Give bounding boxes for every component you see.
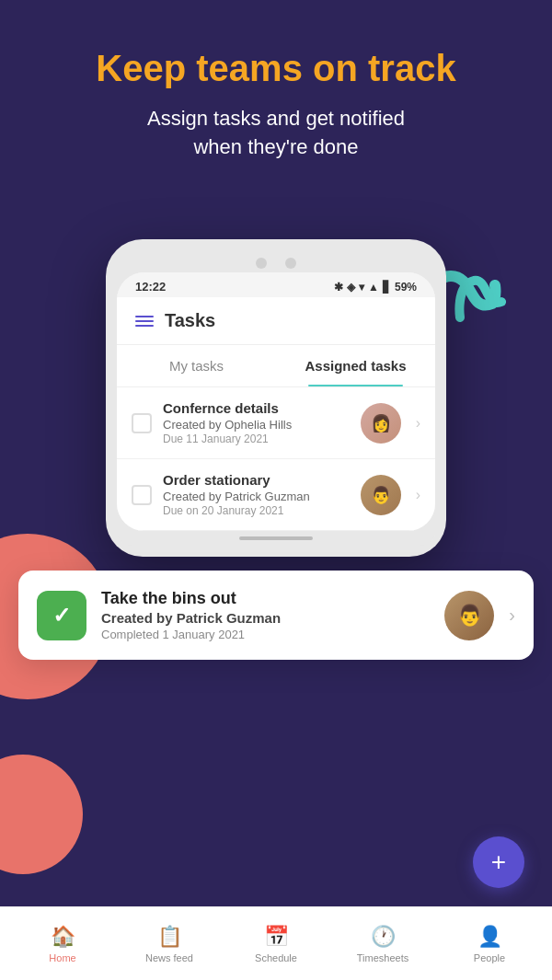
task-info-2: Order stationary Created by Patrick Guzm… (163, 472, 350, 517)
header-section: Keep teams on track Assign tasks and get… (0, 0, 552, 190)
nav-label-home: Home (49, 952, 75, 963)
phone-screen: 12:22 ✱ ◈ ▾ ▲ ▋ 59% Tasks (117, 272, 435, 531)
task-checkbox-1[interactable] (132, 413, 152, 433)
chevron-2: › (416, 487, 420, 503)
chevron-1: › (416, 415, 420, 432)
subtitle: Assign tasks and get notifiedwhen they'r… (37, 105, 515, 162)
nav-item-people[interactable]: 👤 People (436, 925, 543, 963)
signal-icon: ▾ (359, 281, 364, 294)
floating-task-completed: Completed 1 January 2021 (101, 628, 430, 641)
fab-plus-icon: + (491, 849, 506, 875)
nav-item-home[interactable]: 🏠 Home (9, 925, 116, 963)
task-list: Confernce details Created by Ophelia Hil… (117, 387, 435, 531)
task-info-1: Confernce details Created by Ophelia Hil… (163, 400, 350, 445)
hamburger-line-3 (135, 325, 154, 327)
tab-my-tasks[interactable]: My tasks (117, 345, 276, 386)
task-avatar-1: 👩 (361, 403, 401, 444)
completed-check-badge: ✓ (37, 591, 86, 640)
news-feed-icon: 📋 (157, 925, 182, 949)
bottom-navigation: 🏠 Home 📋 News feed 📅 Schedule 🕐 Timeshee… (0, 906, 552, 980)
wifi-icon: ▲ (368, 281, 379, 294)
bluetooth-icon: ✱ (334, 281, 343, 294)
app-title: Tasks (165, 310, 215, 331)
time-display: 12:22 (135, 280, 166, 294)
nav-item-schedule[interactable]: 📅 Schedule (223, 925, 329, 963)
main-title: Keep teams on track (37, 46, 515, 90)
task-name-2: Order stationary (163, 472, 350, 488)
battery-percent: 59% (395, 281, 417, 294)
fab-button[interactable]: + (473, 836, 524, 888)
tab-assigned-tasks[interactable]: Assigned tasks (276, 345, 435, 386)
task-due-2: Due on 20 Januray 2021 (163, 504, 350, 517)
task-creator-1: Created by Ophelia Hills (163, 418, 350, 432)
floating-task-name: Take the bins out (101, 589, 430, 608)
camera-dot-2 (285, 258, 296, 269)
nav-label-news-feed: News feed (145, 952, 193, 963)
camera-dot-1 (256, 258, 267, 269)
floating-chevron: › (509, 605, 515, 626)
nav-label-schedule: Schedule (255, 952, 297, 963)
home-indicator (239, 536, 313, 540)
phone-top-bar (117, 250, 435, 272)
battery-icon: ▋ (383, 281, 391, 294)
vibrate-icon: ◈ (347, 281, 355, 294)
nav-item-news-feed[interactable]: 📋 News feed (116, 925, 223, 963)
task-checkbox-2[interactable] (132, 485, 152, 505)
status-bar: 12:22 ✱ ◈ ▾ ▲ ▋ 59% (117, 272, 435, 297)
floating-avatar: 👨 (444, 591, 494, 640)
task-item-1[interactable]: Confernce details Created by Ophelia Hil… (117, 387, 435, 459)
tabs-container: My tasks Assigned tasks (117, 345, 435, 387)
people-icon: 👤 (477, 925, 502, 949)
nav-item-timesheets[interactable]: 🕐 Timesheets (329, 925, 436, 963)
nav-label-timesheets: Timesheets (357, 952, 408, 963)
hamburger-line-1 (135, 316, 154, 317)
home-icon: 🏠 (51, 925, 75, 949)
timesheets-icon: 🕐 (371, 925, 396, 949)
hamburger-icon[interactable] (135, 316, 154, 327)
phone-mockup: 12:22 ✱ ◈ ▾ ▲ ▋ 59% Tasks (106, 239, 446, 557)
task-item-2[interactable]: Order stationary Created by Patrick Guzm… (117, 459, 435, 531)
check-icon: ✓ (52, 603, 71, 628)
schedule-icon: 📅 (264, 925, 289, 949)
task-name-1: Confernce details (163, 400, 350, 416)
task-avatar-2: 👨 (361, 475, 401, 515)
task-creator-2: Created by Patrick Guzman (163, 490, 350, 503)
nav-label-people: People (474, 952, 505, 963)
app-header: Tasks (117, 297, 435, 345)
floating-task-info: Take the bins out Created by Patrick Guz… (101, 589, 430, 641)
status-icons: ✱ ◈ ▾ ▲ ▋ 59% (334, 281, 417, 294)
phone-bottom (117, 531, 435, 546)
bg-circle-2 (0, 755, 83, 874)
floating-task-card[interactable]: ✓ Take the bins out Created by Patrick G… (18, 571, 534, 660)
floating-task-creator: Created by Patrick Guzman (101, 610, 430, 626)
hamburger-line-2 (135, 320, 154, 322)
task-due-1: Due 11 January 2021 (163, 432, 350, 445)
